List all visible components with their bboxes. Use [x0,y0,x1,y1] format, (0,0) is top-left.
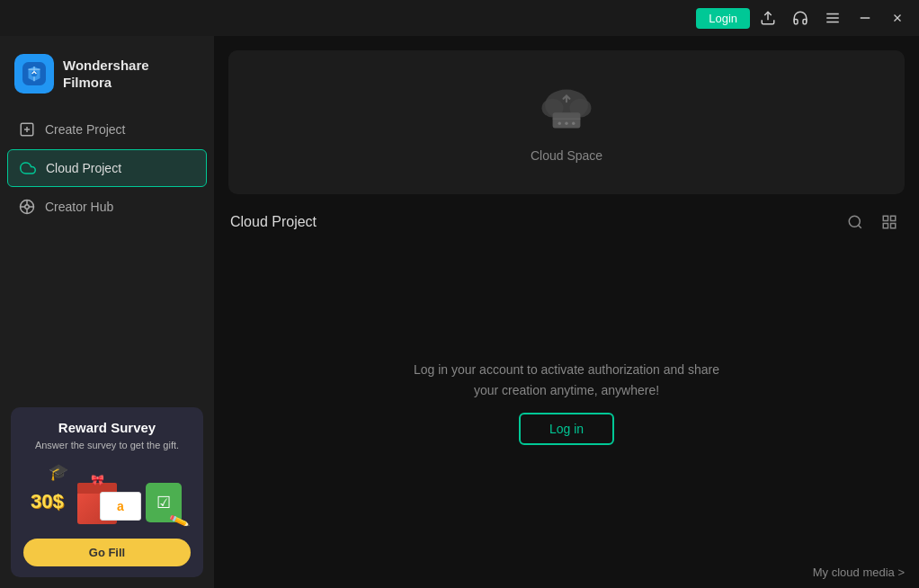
search-button[interactable] [842,209,869,236]
reward-subtitle: Answer the survey to get the gift. [23,439,191,452]
reward-title: Reward Survey [23,420,191,435]
sidebar-item-label: Create Project [45,122,125,137]
menu-icon[interactable] [818,4,847,32]
main-layout: Wondershare Filmora Create Project [0,36,919,588]
svg-rect-21 [553,112,581,128]
my-cloud-media-link[interactable]: My cloud media > [813,566,905,579]
svg-line-27 [858,225,861,227]
cloud-space-label: Cloud Space [531,148,602,163]
cloud-space-icon [535,82,598,139]
go-fill-button[interactable]: Go Fill [23,539,191,566]
close-icon[interactable] [883,4,912,32]
cloud-project-icon [19,159,37,177]
sidebar: Wondershare Filmora Create Project [0,36,214,588]
svg-rect-30 [883,224,888,228]
app-logo: Wondershare Filmora [0,43,214,111]
svg-rect-31 [891,224,896,228]
section-actions [842,209,903,236]
sidebar-item-label: Cloud Project [46,161,121,175]
grid-view-button[interactable] [876,209,903,236]
svg-point-13 [25,205,30,209]
logo-icon [14,54,54,94]
svg-point-23 [558,122,561,125]
content-footer: My cloud media > [214,558,919,588]
sidebar-item-cloud-project[interactable]: Cloud Project [7,149,207,187]
sidebar-item-create-project[interactable]: Create Project [7,111,207,147]
svg-rect-28 [883,216,888,220]
cloud-space-banner: Cloud Space [228,50,905,194]
hat-decoration: 🎓 [49,462,68,482]
minimize-icon[interactable] [851,4,879,32]
sidebar-item-creator-hub[interactable]: Creator Hub [7,189,207,225]
svg-point-24 [565,122,567,125]
title-bar: Login [0,0,919,36]
section-header: Cloud Project [214,209,919,246]
title-bar-actions: Login [696,4,912,32]
sidebar-item-label: Creator Hub [45,200,113,214]
sidebar-nav: Create Project Cloud Project [0,111,214,225]
login-action-button[interactable]: Log in [519,413,614,445]
logo-text: Wondershare Filmora [63,57,149,92]
login-prompt: Log in your account to activate authoriz… [214,246,919,558]
login-button[interactable]: Login [696,8,750,29]
creator-hub-icon [18,198,36,216]
section-title: Cloud Project [230,214,317,230]
svg-rect-29 [891,216,896,220]
login-prompt-text: Log in your account to activate authoriz… [414,360,719,400]
reward-survey-card: Reward Survey Answer the survey to get t… [11,407,203,577]
amazon-card: a [100,492,141,521]
reward-image: 30$ 🎓 🎀 a ☑ ✏️ [23,459,191,531]
create-project-icon [18,120,36,138]
content-area: Cloud Space Cloud Project [214,36,919,588]
svg-point-25 [572,122,575,125]
price-label: 30$ [31,490,64,513]
svg-point-26 [849,216,860,227]
upload-icon[interactable] [754,4,782,32]
headset-icon[interactable] [786,4,815,32]
